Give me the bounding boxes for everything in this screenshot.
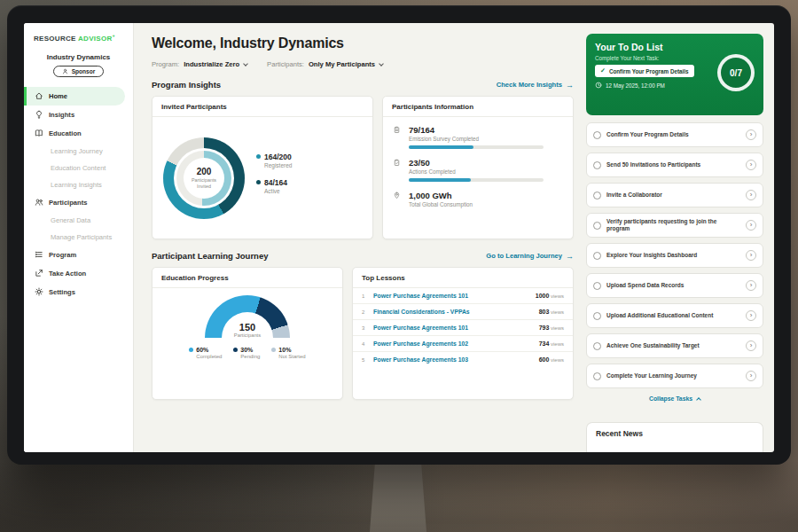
legend-dot	[256, 180, 261, 184]
home-icon	[35, 91, 43, 100]
chevron-right-icon[interactable]	[746, 250, 756, 261]
lesson-link[interactable]: Power Purchase Agreements 102	[373, 340, 534, 347]
next-task-pill[interactable]: Confirm Your Program Details	[595, 65, 694, 77]
task-row[interactable]: Explore Your Insights Dashboard	[586, 243, 763, 268]
lesson-link[interactable]: Power Purchase Agreements 101	[373, 293, 530, 299]
task-row[interactable]: Invite a Collaborator	[586, 183, 763, 207]
legend-registered: 164/200 Registered	[256, 153, 292, 168]
sidebar-item-learning-journey[interactable]: Learning Journey	[24, 143, 133, 160]
task-checkbox[interactable]	[593, 372, 601, 380]
lesson-row: 3 Power Purchase Agreements 101 793 view…	[353, 320, 573, 336]
chevron-right-icon[interactable]	[746, 280, 756, 291]
task-checkbox[interactable]	[593, 161, 601, 169]
gear-icon	[35, 287, 43, 296]
action-arrow-icon	[35, 269, 43, 278]
todo-panel: Your To Do List Complete Your Next Task:…	[584, 23, 774, 452]
filter-bar: Program: Industrialize Zero Participants…	[152, 60, 574, 68]
monitor-stand	[370, 458, 426, 532]
sidebar-item-education-content[interactable]: Education Content	[24, 160, 133, 176]
lesson-row: 5 Power Purchase Agreements 103 600 view…	[353, 352, 573, 367]
sidebar-item-learning-insights[interactable]: Learning Insights	[24, 176, 133, 193]
sidebar-item-education[interactable]: Education	[24, 124, 133, 143]
chevron-right-icon[interactable]	[746, 371, 756, 381]
sponsor-badge[interactable]: Sponsor	[53, 66, 105, 77]
dashboard-screen: RESOURCE ADVISOR+ Industry Dynamics Spon…	[24, 23, 774, 452]
resource-advisor-logo: RESOURCE ADVISOR+	[24, 33, 133, 43]
sidebar-item-manage-participants[interactable]: Manage Participants	[24, 229, 133, 246]
person-icon	[62, 68, 68, 74]
task-checkbox[interactable]	[593, 192, 601, 200]
chevron-right-icon[interactable]	[746, 190, 756, 200]
task-checkbox[interactable]	[593, 312, 601, 320]
card-title: Top Lessons	[353, 268, 573, 288]
chevron-right-icon[interactable]	[746, 129, 756, 140]
sidebar-item-take-action[interactable]: Take Action	[24, 264, 133, 283]
task-checkbox[interactable]	[593, 131, 601, 139]
clock-icon	[595, 82, 602, 89]
legend-dot	[189, 348, 193, 352]
legend-completed: 60% Completed	[189, 347, 222, 359]
participants-dropdown[interactable]: Participants: Only My Participants	[267, 60, 383, 68]
task-row[interactable]: Send 50 Invitations to Participants	[586, 153, 763, 177]
invited-total: 200	[197, 167, 212, 176]
clipboard-check-icon	[393, 158, 403, 182]
task-checkbox[interactable]	[593, 282, 601, 290]
chevron-right-icon[interactable]	[746, 160, 756, 170]
lesson-row: 4 Power Purchase Agreements 102 734 view…	[353, 336, 573, 352]
actions-progress-fill	[409, 178, 471, 182]
emission-survey-stat: 79/164 Emission Survey Completed	[393, 125, 563, 149]
go-to-learning-journey-link[interactable]: Go to Learning Journey	[486, 252, 574, 261]
task-row[interactable]: Complete Your Learning Journey	[586, 364, 763, 388]
lightbulb-icon	[35, 110, 43, 119]
invited-donut-chart: 200 Participants Invited	[163, 137, 245, 219]
participants-information-card: Participants Information 79/164 Emission…	[382, 96, 574, 239]
task-row[interactable]: Confirm Your Program Details	[586, 122, 763, 147]
education-gauge-chart: 150 Participants	[205, 295, 290, 338]
lesson-link[interactable]: Power Purchase Agreements 103	[373, 356, 534, 363]
sidebar-item-general-data[interactable]: General Data	[24, 212, 133, 229]
sidebar-item-participants[interactable]: Participants	[24, 193, 133, 212]
sidebar-item-insights[interactable]: Insights	[24, 106, 133, 124]
consumption-stat: 1,000 GWh Total Global Consumption	[393, 191, 563, 207]
sidebar-item-home[interactable]: Home	[24, 87, 125, 106]
card-title: Education Progress	[153, 268, 342, 288]
lesson-link[interactable]: Power Purchase Agreements 101	[373, 325, 534, 331]
chevron-right-icon[interactable]	[746, 340, 756, 351]
legend-active: 84/164 Active	[256, 178, 292, 194]
monitor-bezel: RESOURCE ADVISOR+ Industry Dynamics Spon…	[7, 5, 791, 465]
task-checkbox[interactable]	[593, 342, 601, 350]
collapse-tasks-link[interactable]: Collapse Tasks	[586, 395, 763, 402]
chevron-right-icon[interactable]	[746, 310, 756, 321]
sidebar-item-settings[interactable]: Settings	[24, 283, 133, 301]
task-checkbox[interactable]	[593, 252, 601, 260]
check-more-insights-link[interactable]: Check More Insights	[497, 81, 574, 90]
actions-progress-bar	[409, 178, 544, 182]
gauge-legend: 60% Completed 30% Pending 10% Not Starte…	[189, 347, 305, 359]
emission-progress-fill	[409, 145, 473, 149]
program-dropdown[interactable]: Program: Industrialize Zero	[152, 60, 247, 68]
chevron-down-icon	[379, 61, 384, 66]
card-title: Participants Information	[383, 97, 573, 117]
clipboard-icon	[393, 125, 403, 149]
list-icon	[35, 250, 43, 259]
todo-progress-ring: 0/7	[717, 54, 755, 91]
chevron-right-icon[interactable]	[746, 220, 756, 231]
sidebar-item-program[interactable]: Program	[24, 246, 133, 264]
legend-dot	[233, 348, 238, 352]
main-content: Welcome, Industry Dynamics Program: Indu…	[134, 23, 584, 452]
lesson-link[interactable]: Financial Considerations - VPPAs	[373, 309, 534, 315]
sidebar-nav: Home Insights Education Learning Journey…	[24, 87, 133, 301]
task-checkbox[interactable]	[593, 222, 601, 230]
page-title: Welcome, Industry Dynamics	[152, 35, 574, 51]
book-icon	[35, 129, 43, 137]
check-icon	[600, 67, 606, 74]
lesson-row: 1 Power Purchase Agreements 101 1000 vie…	[353, 288, 573, 304]
task-row[interactable]: Upload Spend Data Records	[586, 273, 763, 298]
task-row[interactable]: Achieve One Sustainability Target	[586, 333, 763, 358]
people-icon	[35, 198, 43, 207]
task-row[interactable]: Verify participants requesting to join t…	[586, 213, 763, 238]
location-pin-icon	[393, 191, 403, 207]
program-insights-title: Program Insights	[152, 80, 221, 90]
donut-legend: 164/200 Registered 84/164 Active	[256, 153, 292, 204]
task-row[interactable]: Upload Additional Educational Content	[586, 303, 763, 328]
